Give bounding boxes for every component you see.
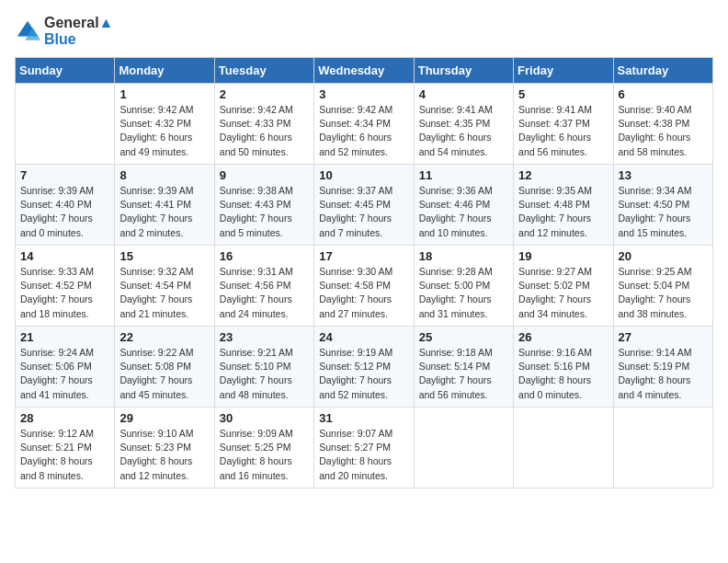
day-info: Sunrise: 9:24 AMSunset: 5:06 PMDaylight:… (20, 346, 109, 402)
day-info: Sunrise: 9:41 AMSunset: 4:37 PMDaylight:… (518, 103, 608, 159)
logo-icon (15, 18, 40, 44)
day-info: Sunrise: 9:22 AMSunset: 5:08 PMDaylight:… (119, 346, 209, 402)
day-number: 16 (220, 249, 309, 263)
day-info: Sunrise: 9:12 AMSunset: 5:21 PMDaylight:… (20, 427, 109, 483)
day-number: 21 (20, 330, 109, 344)
day-number: 25 (419, 330, 508, 344)
page-header: General▲ Blue (15, 15, 713, 48)
calendar-day-cell: 29Sunrise: 9:10 AMSunset: 5:23 PMDayligh… (115, 408, 214, 488)
day-number: 14 (20, 249, 109, 263)
day-info: Sunrise: 9:07 AMSunset: 5:27 PMDaylight:… (319, 427, 408, 483)
calendar-day-cell: 12Sunrise: 9:35 AMSunset: 4:48 PMDayligh… (514, 165, 613, 246)
day-number: 6 (619, 87, 708, 101)
calendar-day-cell: 19Sunrise: 9:27 AMSunset: 5:02 PMDayligh… (514, 246, 613, 327)
day-info: Sunrise: 9:25 AMSunset: 5:04 PMDaylight:… (619, 265, 708, 321)
day-info: Sunrise: 9:21 AMSunset: 5:10 PMDaylight:… (220, 346, 309, 402)
day-of-week-header: Monday (115, 58, 214, 84)
day-number: 27 (619, 330, 708, 344)
calendar-day-cell: 23Sunrise: 9:21 AMSunset: 5:10 PMDayligh… (214, 327, 313, 408)
calendar-day-cell: 5Sunrise: 9:41 AMSunset: 4:37 PMDaylight… (514, 84, 613, 165)
day-of-week-header: Tuesday (214, 58, 313, 84)
day-info: Sunrise: 9:37 AMSunset: 4:45 PMDaylight:… (319, 184, 408, 240)
day-info: Sunrise: 9:16 AMSunset: 5:16 PMDaylight:… (518, 346, 608, 402)
day-number: 9 (220, 168, 309, 182)
day-number: 5 (518, 87, 608, 101)
day-number: 1 (119, 87, 209, 101)
calendar-day-cell: 20Sunrise: 9:25 AMSunset: 5:04 PMDayligh… (613, 246, 712, 327)
calendar-week-row: 1Sunrise: 9:42 AMSunset: 4:32 PMDaylight… (16, 84, 713, 165)
day-number: 19 (518, 249, 608, 263)
day-of-week-header: Sunday (16, 58, 115, 84)
day-info: Sunrise: 9:39 AMSunset: 4:40 PMDaylight:… (20, 184, 109, 240)
day-info: Sunrise: 9:39 AMSunset: 4:41 PMDaylight:… (119, 184, 209, 240)
calendar-day-cell: 2Sunrise: 9:42 AMSunset: 4:33 PMDaylight… (214, 84, 313, 165)
day-info: Sunrise: 9:10 AMSunset: 5:23 PMDaylight:… (119, 427, 209, 483)
calendar-day-cell: 25Sunrise: 9:18 AMSunset: 5:14 PMDayligh… (414, 327, 513, 408)
day-number: 31 (319, 411, 408, 425)
day-info: Sunrise: 9:42 AMSunset: 4:32 PMDaylight:… (119, 103, 209, 159)
day-info: Sunrise: 9:41 AMSunset: 4:35 PMDaylight:… (419, 103, 508, 159)
day-info: Sunrise: 9:35 AMSunset: 4:48 PMDaylight:… (518, 184, 608, 240)
day-number: 26 (518, 330, 608, 344)
calendar-day-cell: 16Sunrise: 9:31 AMSunset: 4:56 PMDayligh… (214, 246, 313, 327)
calendar-week-row: 28Sunrise: 9:12 AMSunset: 5:21 PMDayligh… (16, 408, 713, 488)
day-info: Sunrise: 9:32 AMSunset: 4:54 PMDaylight:… (119, 265, 209, 321)
day-number: 18 (419, 249, 508, 263)
day-number: 7 (20, 168, 109, 182)
day-info: Sunrise: 9:38 AMSunset: 4:43 PMDaylight:… (220, 184, 309, 240)
calendar-day-cell (414, 408, 513, 488)
day-number: 23 (220, 330, 309, 344)
day-info: Sunrise: 9:31 AMSunset: 4:56 PMDaylight:… (220, 265, 309, 321)
calendar-day-cell: 13Sunrise: 9:34 AMSunset: 4:50 PMDayligh… (613, 165, 712, 246)
calendar-day-cell: 21Sunrise: 9:24 AMSunset: 5:06 PMDayligh… (16, 327, 115, 408)
calendar-day-cell: 24Sunrise: 9:19 AMSunset: 5:12 PMDayligh… (314, 327, 414, 408)
day-number: 28 (20, 411, 109, 425)
calendar-week-row: 7Sunrise: 9:39 AMSunset: 4:40 PMDaylight… (16, 165, 713, 246)
day-number: 20 (619, 249, 708, 263)
day-info: Sunrise: 9:09 AMSunset: 5:25 PMDaylight:… (220, 427, 309, 483)
day-info: Sunrise: 9:33 AMSunset: 4:52 PMDaylight:… (20, 265, 109, 321)
day-number: 24 (319, 330, 408, 344)
calendar-day-cell: 31Sunrise: 9:07 AMSunset: 5:27 PMDayligh… (314, 408, 414, 488)
day-of-week-header: Saturday (613, 58, 712, 84)
calendar-day-cell: 14Sunrise: 9:33 AMSunset: 4:52 PMDayligh… (16, 246, 115, 327)
day-number: 12 (518, 168, 608, 182)
day-info: Sunrise: 9:30 AMSunset: 4:58 PMDaylight:… (319, 265, 408, 321)
day-info: Sunrise: 9:27 AMSunset: 5:02 PMDaylight:… (518, 265, 608, 321)
day-number: 17 (319, 249, 408, 263)
calendar-day-cell: 22Sunrise: 9:22 AMSunset: 5:08 PMDayligh… (115, 327, 214, 408)
calendar-day-cell: 1Sunrise: 9:42 AMSunset: 4:32 PMDaylight… (115, 84, 214, 165)
calendar-week-row: 21Sunrise: 9:24 AMSunset: 5:06 PMDayligh… (16, 327, 713, 408)
day-of-week-header: Thursday (414, 58, 513, 84)
day-number: 13 (619, 168, 708, 182)
day-of-week-header: Friday (514, 58, 613, 84)
day-number: 29 (119, 411, 209, 425)
calendar-day-cell: 17Sunrise: 9:30 AMSunset: 4:58 PMDayligh… (314, 246, 414, 327)
day-of-week-header: Wednesday (314, 58, 414, 84)
calendar-week-row: 14Sunrise: 9:33 AMSunset: 4:52 PMDayligh… (16, 246, 713, 327)
day-number: 2 (220, 87, 309, 101)
day-info: Sunrise: 9:14 AMSunset: 5:19 PMDaylight:… (619, 346, 708, 402)
calendar-table: SundayMondayTuesdayWednesdayThursdayFrid… (15, 57, 713, 488)
calendar-day-cell: 10Sunrise: 9:37 AMSunset: 4:45 PMDayligh… (314, 165, 414, 246)
day-number: 3 (319, 87, 408, 101)
day-number: 22 (119, 330, 209, 344)
day-info: Sunrise: 9:19 AMSunset: 5:12 PMDaylight:… (319, 346, 408, 402)
day-info: Sunrise: 9:34 AMSunset: 4:50 PMDaylight:… (619, 184, 708, 240)
day-number: 8 (119, 168, 209, 182)
day-info: Sunrise: 9:40 AMSunset: 4:38 PMDaylight:… (619, 103, 708, 159)
day-info: Sunrise: 9:18 AMSunset: 5:14 PMDaylight:… (419, 346, 508, 402)
calendar-header-row: SundayMondayTuesdayWednesdayThursdayFrid… (16, 58, 713, 84)
calendar-day-cell: 11Sunrise: 9:36 AMSunset: 4:46 PMDayligh… (414, 165, 513, 246)
calendar-day-cell: 8Sunrise: 9:39 AMSunset: 4:41 PMDaylight… (115, 165, 214, 246)
calendar-day-cell: 3Sunrise: 9:42 AMSunset: 4:34 PMDaylight… (314, 84, 414, 165)
calendar-day-cell: 6Sunrise: 9:40 AMSunset: 4:38 PMDaylight… (613, 84, 712, 165)
calendar-body: 1Sunrise: 9:42 AMSunset: 4:32 PMDaylight… (16, 84, 713, 488)
calendar-day-cell (613, 408, 712, 488)
day-info: Sunrise: 9:28 AMSunset: 5:00 PMDaylight:… (419, 265, 508, 321)
logo: General▲ Blue (15, 15, 113, 48)
day-number: 11 (419, 168, 508, 182)
day-number: 30 (220, 411, 309, 425)
calendar-day-cell (514, 408, 613, 488)
calendar-day-cell: 30Sunrise: 9:09 AMSunset: 5:25 PMDayligh… (214, 408, 313, 488)
